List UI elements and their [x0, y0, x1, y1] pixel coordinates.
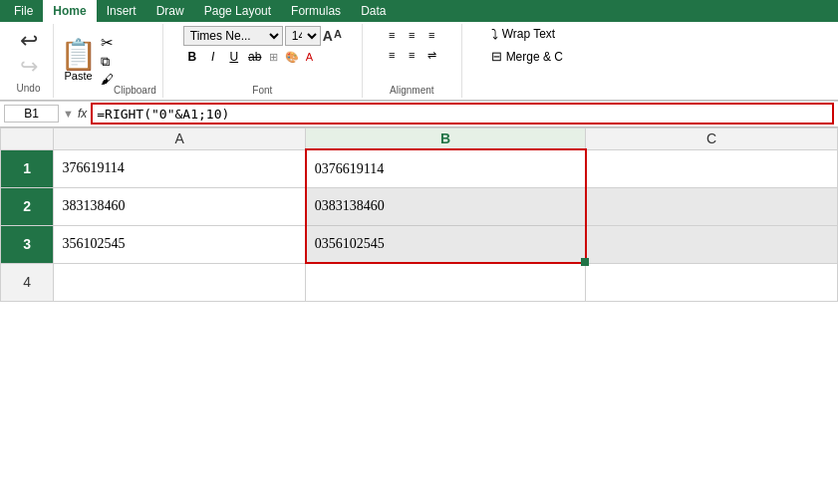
col-header-a[interactable]: A [54, 127, 306, 149]
cell-c4[interactable] [586, 263, 838, 301]
cut-button[interactable]: ✂ [101, 34, 114, 52]
cell-c3[interactable] [586, 225, 838, 263]
underline-button[interactable]: U [225, 48, 243, 66]
align-row-bottom: ≡ ≡ ⇌ [383, 46, 440, 64]
cell-b1[interactable]: 0376619114 [306, 149, 586, 187]
wraptext-group: ⤵ Wrap Text ⊟ Merge & C [462, 24, 592, 98]
font-group-label: Font [252, 83, 272, 96]
font-family-select[interactable]: Times Ne... [183, 26, 283, 46]
italic-button[interactable]: I [204, 48, 222, 66]
format-painter-button[interactable]: 🖌 [101, 72, 114, 87]
bold-button[interactable]: B [183, 48, 201, 66]
table-row: 3 356102545 0356102545 [1, 225, 838, 263]
paste-icon: 📋 [60, 40, 97, 70]
cell-a3[interactable]: 356102545 [54, 225, 306, 263]
formula-text: =RIGHT("0"&A1;10) [97, 107, 229, 122]
paste-label: Paste [64, 70, 92, 82]
font-row1: Times Ne... 14 A A [183, 26, 342, 46]
cell-a4[interactable] [54, 263, 306, 301]
alignment-group: ≡ ≡ ≡ ≡ ≡ ⇌ Alignment [363, 24, 462, 98]
merge-label[interactable]: Merge & C [506, 50, 563, 64]
wrap-text-item: ⤵ Wrap Text [491, 26, 556, 42]
align-bottom-center[interactable]: ≡ [403, 46, 420, 64]
font-row2: B I U ab ⊞ 🎨 A [183, 48, 315, 66]
row-num-1: 1 [1, 149, 54, 187]
fill-color-button[interactable]: 🎨 [285, 51, 299, 64]
undo-button[interactable]: ↩ [20, 28, 38, 54]
cell-a2[interactable]: 383138460 [54, 187, 306, 225]
paste-button[interactable]: 📋 Paste [60, 40, 97, 82]
ribbon-tabs: File Home Insert Draw Page Layout Formul… [0, 0, 838, 22]
undo-group-label: Undo [17, 81, 41, 94]
indent-button[interactable]: ⇌ [422, 46, 440, 64]
cell-b3[interactable]: 0356102545 [306, 225, 586, 263]
tab-home[interactable]: Home [43, 0, 96, 22]
table-row: 4 [1, 263, 838, 301]
cell-reference-input[interactable] [4, 105, 59, 123]
row-num-3: 3 [1, 225, 54, 263]
redo-button[interactable]: ↪ [20, 54, 38, 80]
formula-bar: ▼ fx =RIGHT("0"&A1;10) [0, 102, 838, 127]
wrap-text-icon: ⤵ [491, 26, 498, 42]
row-num-4: 4 [1, 263, 54, 301]
formula-input[interactable]: =RIGHT("0"&A1;10) [91, 103, 834, 125]
table-row: 2 383138460 0383138460 [1, 187, 838, 225]
align-row-top: ≡ ≡ ≡ [383, 26, 440, 44]
cell-c1[interactable] [586, 149, 838, 187]
copy-button[interactable]: ⧉ [101, 54, 114, 70]
tab-data[interactable]: Data [351, 0, 396, 22]
cell-b2[interactable]: 0383138460 [306, 187, 586, 225]
tab-draw[interactable]: Draw [146, 0, 194, 22]
tab-page-layout[interactable]: Page Layout [194, 0, 281, 22]
cell-c2[interactable] [586, 187, 838, 225]
merge-icon: ⊟ [491, 49, 502, 64]
sheet-table: A B C 1 376619114 0376619114 2 383138460… [0, 127, 838, 302]
cell-b4[interactable] [306, 263, 586, 301]
clipboard-group: 📋 Paste ✂ ⧉ 🖌 Clipboard [54, 24, 163, 98]
formula-bar-arrow: ▼ [63, 108, 74, 120]
tab-formulas[interactable]: Formulas [281, 0, 351, 22]
table-row: 1 376619114 0376619114 [1, 149, 838, 187]
ribbon-body: ↩ ↪ Undo 📋 Paste ✂ ⧉ 🖌 Clipboard [0, 22, 838, 101]
tab-insert[interactable]: Insert [97, 0, 146, 22]
font-color-button[interactable]: A [306, 51, 313, 63]
wrap-text-label[interactable]: Wrap Text [502, 27, 556, 41]
font-size-select[interactable]: 14 [285, 26, 321, 46]
font-size-increase[interactable]: A [323, 28, 333, 44]
align-top-center[interactable]: ≡ [403, 26, 420, 44]
align-top-left[interactable]: ≡ [383, 26, 401, 44]
merge-item: ⊟ Merge & C [491, 49, 563, 64]
undo-group: ↩ ↪ Undo [4, 24, 54, 98]
col-header-c[interactable]: C [586, 127, 838, 149]
border-button[interactable]: ⊞ [269, 51, 278, 64]
spreadsheet: A B C 1 376619114 0376619114 2 383138460… [0, 127, 838, 302]
align-top-right[interactable]: ≡ [422, 26, 440, 44]
fx-label: fx [78, 107, 87, 121]
corner-header [1, 127, 54, 149]
align-bottom-left[interactable]: ≡ [383, 46, 401, 64]
col-header-b[interactable]: B [306, 127, 586, 149]
clipboard-group-label: Clipboard [114, 83, 156, 96]
selection-handle [581, 258, 589, 266]
font-group: Times Ne... 14 A A B I U ab ⊞ � [163, 24, 363, 98]
cell-a1[interactable]: 376619114 [54, 149, 306, 187]
row-num-2: 2 [1, 187, 54, 225]
tab-file[interactable]: File [4, 0, 43, 22]
font-size-decrease[interactable]: A [334, 28, 342, 44]
strikethrough-button[interactable]: ab [246, 48, 264, 66]
alignment-group-label: Alignment [390, 83, 433, 96]
font-size-arrows: A A [323, 28, 342, 44]
